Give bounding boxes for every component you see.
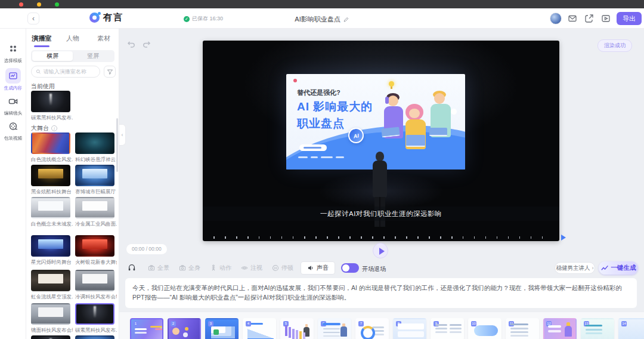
toolbar-label: 全身	[188, 264, 200, 272]
undo-icon[interactable]	[126, 39, 136, 49]
share-icon[interactable]	[584, 14, 594, 23]
generate-button[interactable]: 一键生成	[599, 261, 638, 275]
stage-thumb[interactable]	[75, 235, 114, 257]
message-icon[interactable]	[568, 14, 577, 23]
rail-item-generate-content[interactable]: 生成内容	[0, 68, 26, 91]
current-stage-thumb[interactable]	[31, 91, 70, 112]
info-icon[interactable]: i	[51, 125, 57, 131]
app-logo-icon	[89, 13, 100, 23]
slide-title-line1: AI 影响最大的	[297, 99, 373, 115]
stage-thumb[interactable]	[75, 270, 114, 291]
template-grid-icon	[8, 44, 18, 54]
section-stage-label: 大舞台i	[31, 124, 57, 132]
stage-thumb-selected[interactable]	[75, 303, 114, 325]
slide-number-badge: 6	[321, 321, 326, 326]
entrance-toggle[interactable]	[341, 263, 359, 273]
panorama-camera-icon	[148, 264, 155, 272]
slide-thumb[interactable]: 4	[243, 318, 276, 339]
stage-label: 科幻峡谷悬浮祥云...	[75, 156, 117, 164]
stage-thumb[interactable]	[31, 335, 70, 339]
edit-title-icon[interactable]	[343, 17, 349, 23]
stage-thumb[interactable]	[31, 303, 70, 325]
slide-thumb[interactable]: 8	[393, 318, 426, 339]
panel-scrollbar[interactable]	[116, 118, 118, 172]
slide-thumb[interactable]: 14	[618, 318, 644, 339]
slide-number-badge: 2	[171, 321, 176, 326]
stage-label: 碳素黑科技风发布...	[75, 327, 117, 334]
stage-label: 星光闪烁时尚舞台	[31, 259, 73, 266]
headphone-icon[interactable]	[128, 263, 136, 272]
search-icon	[36, 69, 41, 75]
slide-number-badge: 14	[621, 321, 627, 326]
slide-number-badge: 9	[434, 321, 439, 326]
rail-item-package-video[interactable]: 包装视频	[0, 122, 26, 141]
stage-thumb[interactable]	[75, 165, 114, 186]
minimize-window-button[interactable]	[37, 2, 41, 7]
stage-thumb[interactable]	[31, 235, 70, 257]
back-button[interactable]: ‹	[27, 13, 39, 24]
slide-thumb[interactable]: 5	[280, 318, 314, 339]
toolbar-label: 停顿	[281, 264, 293, 272]
slide-thumb[interactable]: 6	[318, 318, 351, 339]
stage-thumb[interactable]	[31, 197, 70, 218]
export-button[interactable]: 导出	[617, 12, 642, 25]
tab-material[interactable]: 素材	[88, 31, 119, 47]
studio-search	[31, 66, 100, 78]
zoom-window-button[interactable]	[55, 2, 59, 7]
rail-label: 生成内容	[1, 85, 26, 91]
play-button[interactable]	[373, 243, 388, 258]
stage-thumb[interactable]	[31, 165, 70, 186]
slide-number-badge: 7	[358, 321, 364, 326]
stage-thumb[interactable]	[75, 335, 114, 339]
stage-thumb[interactable]	[31, 270, 70, 291]
voice-selector[interactable]: 稳健男主讲人 ›	[555, 262, 595, 274]
slide-thumb[interactable]: 9	[431, 318, 464, 339]
video-icon[interactable]	[601, 14, 611, 23]
avatar[interactable]	[550, 13, 562, 24]
stage-thumb[interactable]	[31, 132, 70, 154]
stage-thumb[interactable]	[75, 132, 114, 154]
toolbar-pause[interactable]: 停顿	[272, 264, 293, 272]
timeline-ruler[interactable]	[213, 236, 549, 239]
slide-thumb-selected[interactable]: 1	[130, 318, 163, 339]
slide-thumb[interactable]: 10	[468, 318, 501, 339]
filter-button[interactable]	[104, 66, 116, 78]
tab-character[interactable]: 人物	[57, 31, 88, 47]
panel-collapse-handle[interactable]: ‹	[119, 124, 126, 146]
redo-icon[interactable]	[142, 39, 151, 49]
rail-item-templates[interactable]: 选择模板	[0, 44, 26, 64]
toolbar-panorama[interactable]: 全景	[148, 264, 169, 272]
stage-label: 冷金属工业风曲面...	[75, 221, 117, 228]
slide-thumb[interactable]: 3	[205, 318, 239, 339]
toolbar-label: 全景	[157, 264, 169, 272]
toolbar-action[interactable]: 动作	[210, 264, 231, 272]
toolbar-gaze[interactable]: 注视	[241, 264, 262, 272]
save-status-text: 已保存 16:30	[192, 15, 223, 23]
close-window-button[interactable]	[19, 2, 23, 7]
app-window: ‹ 有言 ✓ 已保存 16:30 AI影响职业盘点 导出 选择模板 生成内容	[0, 8, 644, 339]
script-text-editor[interactable]: 今天，我们正站在充满变革的时代风口上，面对AI的迅猛发展，我们不禁要问，AI 的…	[125, 278, 637, 308]
stage-label: 黑金炫酷科技舞台	[31, 189, 73, 196]
seek-marker-icon[interactable]	[561, 235, 566, 241]
search-input[interactable]	[44, 69, 95, 75]
slide-character-female	[402, 104, 431, 166]
toolbar-sound[interactable]: 声音	[301, 261, 335, 275]
slide-thumb[interactable]: 2	[168, 318, 201, 339]
toolbar-fullbody[interactable]: 全身	[179, 264, 200, 272]
tab-studio[interactable]: 演播室	[26, 31, 57, 47]
stage-canvas[interactable]: 替代还是强化? AI 影响最大的 职业盘点 AI	[203, 41, 559, 241]
slide-thumb[interactable]: 13	[581, 318, 614, 339]
slide-thumb[interactable]: 7	[355, 318, 389, 339]
rail-item-edit-shots[interactable]: 编辑镜头	[0, 97, 26, 116]
stage-label: 白色概念未来城发...	[31, 221, 73, 228]
orientation-portrait[interactable]: 竖屏	[73, 51, 113, 61]
slide-logo-dot	[293, 79, 297, 82]
filter-funnel-icon	[107, 69, 113, 75]
orientation-switch: 横屏 竖屏	[31, 50, 114, 62]
stage-label: 赛博城市巨幅展厅	[75, 189, 117, 196]
stage-thumb[interactable]	[75, 197, 114, 218]
slide-thumb[interactable]: 12	[543, 318, 577, 339]
slide-thumb[interactable]: 11	[506, 318, 539, 339]
time-display: 00:00 / 00:00	[126, 244, 167, 254]
orientation-landscape[interactable]: 横屏	[32, 51, 73, 61]
